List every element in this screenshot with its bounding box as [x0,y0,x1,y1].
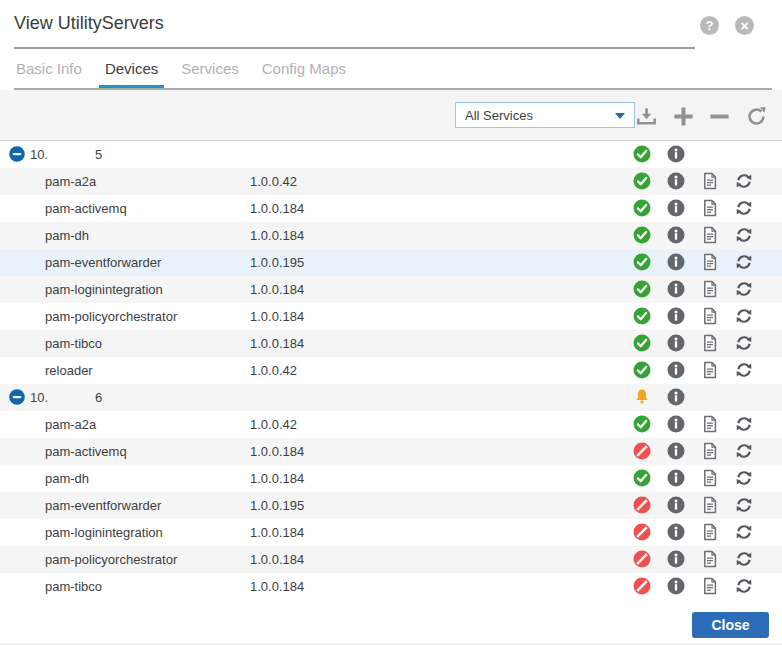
refresh-icon[interactable] [735,523,753,541]
info-icon[interactable] [667,388,685,406]
document-icon[interactable] [701,199,719,217]
device-row[interactable]: pam-dh1.0.0.184 [0,465,782,492]
document-icon[interactable] [701,550,719,568]
document-icon[interactable] [701,523,719,541]
plus-icon [673,106,694,127]
info-icon[interactable] [667,199,685,217]
download-button[interactable] [633,103,659,129]
document-icon[interactable] [701,334,719,352]
device-row[interactable]: pam-activemq1.0.0.184 [0,195,782,222]
document-icon[interactable] [701,442,719,460]
device-row[interactable]: reloader1.0.0.42 [0,357,782,384]
info-icon[interactable] [667,577,685,595]
info-icon[interactable] [667,496,685,514]
alert-bell-icon [633,388,651,406]
device-version: 1.0.0.195 [250,249,304,276]
refresh-icon[interactable] [735,415,753,433]
device-version: 1.0.0.184 [250,303,304,330]
device-name: pam-activemq [45,438,127,465]
services-filter-select[interactable]: All Services [455,102,635,128]
device-row[interactable]: pam-eventforwarder1.0.0.195 [0,492,782,519]
collapse-icon[interactable] [9,146,25,162]
refresh-icon[interactable] [735,361,753,379]
tab-devices[interactable]: Devices [103,48,160,88]
document-icon[interactable] [701,280,719,298]
device-row[interactable]: pam-policyorchestrator1.0.0.184 [0,303,782,330]
device-version: 1.0.0.184 [250,573,304,600]
info-icon[interactable] [667,361,685,379]
device-version: 1.0.0.184 [250,276,304,303]
device-row[interactable]: pam-activemq1.0.0.184 [0,438,782,465]
device-row[interactable]: pam-policyorchestrator1.0.0.184 [0,546,782,573]
group-ip-suffix: 5 [95,141,102,168]
collapse-icon[interactable] [9,389,25,405]
document-icon[interactable] [701,496,719,514]
device-name: pam-loginintegration [45,276,163,303]
device-version: 1.0.0.184 [250,195,304,222]
refresh-icon[interactable] [735,469,753,487]
remove-button[interactable] [706,103,732,129]
status-ok-icon [633,361,651,379]
document-icon[interactable] [701,469,719,487]
document-icon[interactable] [701,415,719,433]
info-icon[interactable] [667,226,685,244]
info-icon[interactable] [667,280,685,298]
device-row[interactable]: pam-a2a1.0.0.42 [0,411,782,438]
status-blocked-icon [633,550,651,568]
view-utilityservers-dialog: View UtilityServers ? × Basic InfoDevice… [0,0,782,645]
refresh-icon[interactable] [735,226,753,244]
document-icon[interactable] [701,361,719,379]
group-row[interactable]: 10.5 [0,141,782,168]
help-icon[interactable]: ? [700,16,719,35]
devices-table: 10.5pam-a2a1.0.0.42pam-activemq1.0.0.184… [0,141,782,600]
info-icon[interactable] [667,523,685,541]
tab-config-maps[interactable]: Config Maps [260,48,348,88]
document-icon[interactable] [701,253,719,271]
device-row[interactable]: pam-tibco1.0.0.184 [0,573,782,600]
info-icon[interactable] [667,334,685,352]
group-ip-prefix: 10. [30,141,48,168]
refresh-icon[interactable] [735,307,753,325]
refresh-icon[interactable] [735,199,753,217]
tab-services[interactable]: Services [179,48,241,88]
refresh-icon[interactable] [735,442,753,460]
status-ok-icon [633,334,651,352]
document-icon[interactable] [701,172,719,190]
add-button[interactable] [670,103,696,129]
info-icon[interactable] [667,550,685,568]
refresh-icon[interactable] [735,334,753,352]
refresh-icon[interactable] [735,550,753,568]
info-icon[interactable] [667,253,685,271]
device-row[interactable]: pam-loginintegration1.0.0.184 [0,519,782,546]
refresh-icon[interactable] [735,172,753,190]
info-icon[interactable] [667,442,685,460]
device-row[interactable]: pam-a2a1.0.0.42 [0,168,782,195]
device-row[interactable]: pam-loginintegration1.0.0.184 [0,276,782,303]
document-icon[interactable] [701,577,719,595]
refresh-icon[interactable] [735,496,753,514]
device-name: reloader [45,357,93,384]
device-name: pam-tibco [45,330,102,357]
document-icon[interactable] [701,307,719,325]
device-row[interactable]: pam-dh1.0.0.184 [0,222,782,249]
refresh-icon[interactable] [735,253,753,271]
refresh-icon[interactable] [735,577,753,595]
info-icon[interactable] [667,415,685,433]
dialog-close-icon[interactable]: × [735,16,754,35]
group-row[interactable]: 10.6 [0,384,782,411]
info-icon[interactable] [667,307,685,325]
info-icon[interactable] [667,172,685,190]
device-row[interactable]: pam-eventforwarder1.0.0.195 [0,249,782,276]
help-glyph: ? [706,19,714,32]
device-version: 1.0.0.184 [250,519,304,546]
status-blocked-icon [633,523,651,541]
close-button[interactable]: Close [692,612,769,638]
refresh-button[interactable] [743,103,769,129]
device-name: pam-a2a [45,168,96,195]
device-row[interactable]: pam-tibco1.0.0.184 [0,330,782,357]
info-icon[interactable] [667,469,685,487]
refresh-icon[interactable] [735,280,753,298]
info-icon[interactable] [667,145,685,163]
tab-basic-info[interactable]: Basic Info [14,48,84,88]
document-icon[interactable] [701,226,719,244]
